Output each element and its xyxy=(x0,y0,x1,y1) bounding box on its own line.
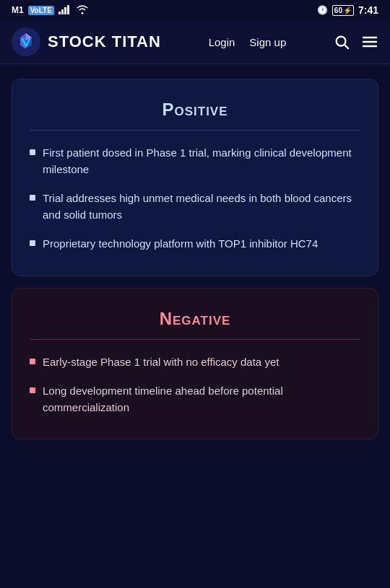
list-item: Trial addresses high unmet medical needs… xyxy=(30,190,360,223)
svg-rect-12 xyxy=(30,240,35,246)
negative-title: Negative xyxy=(30,309,360,329)
battery-percent: 60 xyxy=(334,6,342,14)
negative-card: Negative Early-stage Phase 1 trial with … xyxy=(12,288,378,440)
network-label: VoLTE xyxy=(28,6,54,15)
header: STOCK TITAN Login Sign up xyxy=(0,20,390,64)
search-icon xyxy=(334,34,350,50)
positive-item-3: Proprietary technology platform with TOP… xyxy=(43,236,318,253)
svg-rect-13 xyxy=(30,359,35,364)
positive-card: Positive First patient dosed in Phase 1 … xyxy=(12,79,378,276)
status-bar: M1 VoLTE 🕐 60 ⚡ xyxy=(0,0,390,20)
bullet-icon xyxy=(30,359,35,364)
svg-rect-0 xyxy=(58,12,61,14)
menu-button[interactable] xyxy=(361,33,378,51)
nav-links: Login Sign up xyxy=(209,36,287,48)
list-item: Long development timeline ahead before p… xyxy=(30,383,360,416)
wifi-icon xyxy=(76,4,89,17)
battery-icon: 60 ⚡ xyxy=(332,5,354,16)
alarm-icon: 🕐 xyxy=(317,5,328,15)
hamburger-icon xyxy=(361,33,378,51)
positive-item-2: Trial addresses high unmet medical needs… xyxy=(43,190,360,223)
main-content: Positive First patient dosed in Phase 1 … xyxy=(0,64,390,454)
negative-divider xyxy=(30,339,360,340)
logo-icon xyxy=(12,27,40,56)
svg-rect-11 xyxy=(30,195,35,201)
signup-link[interactable]: Sign up xyxy=(249,36,286,48)
svg-line-6 xyxy=(344,45,348,48)
negative-item-2: Long development timeline ahead before p… xyxy=(43,383,360,416)
svg-rect-3 xyxy=(67,5,69,14)
status-left: M1 VoLTE xyxy=(12,4,89,17)
bullet-icon xyxy=(30,195,35,201)
bullet-icon xyxy=(30,149,35,155)
list-item: Proprietary technology platform with TOP… xyxy=(30,236,360,253)
logo-text: STOCK TITAN xyxy=(48,32,161,51)
time-label: 7:41 xyxy=(358,4,378,16)
signal-icon xyxy=(58,4,72,17)
bolt-icon: ⚡ xyxy=(343,6,352,14)
bullet-icon xyxy=(30,240,35,246)
svg-rect-10 xyxy=(30,149,35,155)
positive-title: Positive xyxy=(30,100,360,120)
battery-level: 60 ⚡ xyxy=(332,5,354,16)
list-item: First patient dosed in Phase 1 trial, ma… xyxy=(30,145,360,177)
svg-rect-14 xyxy=(30,387,35,393)
list-item: Early-stage Phase 1 trial with no effica… xyxy=(30,354,360,371)
search-button[interactable] xyxy=(334,34,350,50)
positive-list: First patient dosed in Phase 1 trial, ma… xyxy=(30,145,360,253)
negative-item-1: Early-stage Phase 1 trial with no effica… xyxy=(43,354,279,371)
positive-divider xyxy=(30,130,360,131)
login-link[interactable]: Login xyxy=(209,36,235,48)
status-right: 🕐 60 ⚡ 7:41 xyxy=(317,4,378,16)
negative-list: Early-stage Phase 1 trial with no effica… xyxy=(30,354,360,416)
svg-rect-1 xyxy=(61,9,64,14)
svg-rect-2 xyxy=(64,7,66,14)
logo-area: STOCK TITAN xyxy=(12,27,161,56)
carrier-label: M1 xyxy=(12,5,24,15)
bullet-icon xyxy=(30,387,35,393)
nav-icons xyxy=(334,33,378,51)
positive-item-1: First patient dosed in Phase 1 trial, ma… xyxy=(43,145,360,177)
